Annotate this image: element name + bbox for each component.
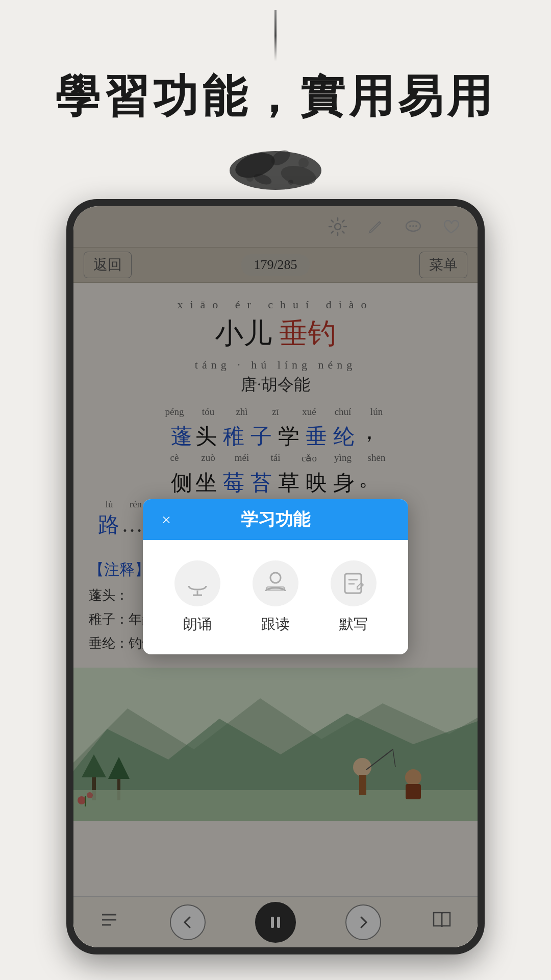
main-title: 學習功能，實用易用	[55, 66, 496, 127]
svg-point-7	[288, 180, 293, 185]
modal-body: 朗诵 跟读	[143, 540, 408, 654]
svg-point-6	[246, 175, 254, 182]
ink-drop-decoration	[274, 10, 277, 61]
learning-features-dialog: × 学习功能	[143, 499, 408, 654]
modal-overlay: × 学习功能	[73, 206, 478, 947]
follow-label: 跟读	[261, 615, 290, 634]
recite-icon	[174, 560, 220, 606]
svg-point-33	[270, 573, 281, 583]
svg-point-5	[298, 158, 309, 168]
follow-read-icon	[253, 560, 298, 606]
ink-blob-decoration	[214, 137, 337, 199]
dictation-icon	[331, 560, 377, 606]
modal-header: × 学习功能	[143, 499, 408, 540]
modal-close-button[interactable]: ×	[155, 508, 178, 531]
modal-item-dictation[interactable]: 默写	[331, 560, 377, 634]
dictation-label: 默写	[339, 615, 368, 634]
modal-title: 学习功能	[178, 508, 373, 531]
top-decorative-area: 學習功能，實用易用	[0, 0, 551, 204]
phone-frame: 返回 179/285 菜单 xiāo ér chuí diào 小儿 垂钓 tá…	[66, 199, 485, 954]
phone-screen: 返回 179/285 菜单 xiāo ér chuí diào 小儿 垂钓 tá…	[73, 206, 478, 947]
recite-label: 朗诵	[183, 615, 212, 634]
modal-item-recite[interactable]: 朗诵	[174, 560, 220, 634]
modal-item-follow[interactable]: 跟读	[253, 560, 298, 634]
